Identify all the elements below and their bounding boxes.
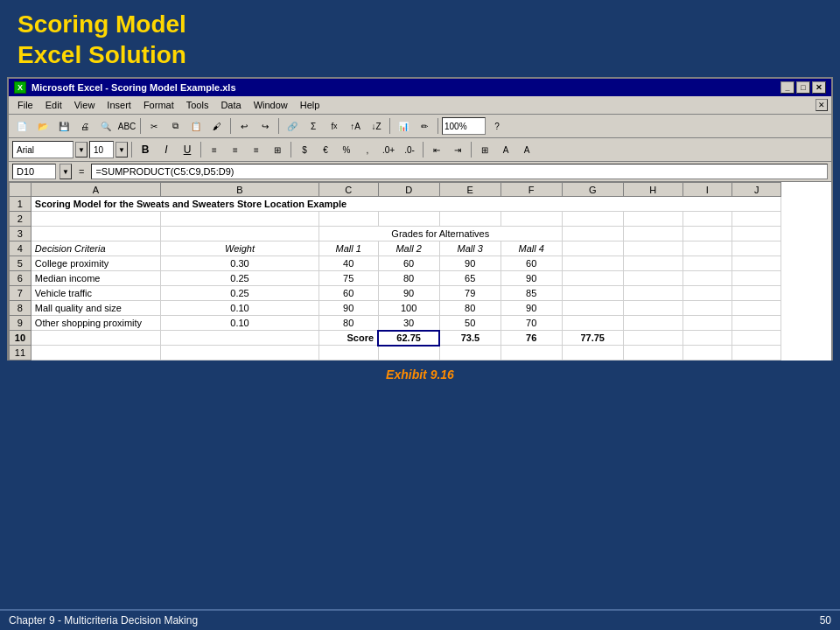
cell-b2[interactable] <box>161 212 319 227</box>
cell-a4[interactable]: Decision Criteria <box>31 242 160 256</box>
cell-f6[interactable]: 90 <box>500 271 562 286</box>
cell-g6[interactable] <box>562 271 623 286</box>
cell-d10[interactable]: 62.75 <box>378 331 439 346</box>
cell-d4[interactable]: Mall 2 <box>378 242 439 256</box>
row-header-5[interactable]: 5 <box>10 256 32 271</box>
cell-i10[interactable] <box>682 331 732 346</box>
cell-f5[interactable]: 60 <box>500 256 562 271</box>
cell-i11[interactable] <box>682 346 732 360</box>
col-header-i[interactable]: I <box>682 183 732 197</box>
align-left-button[interactable]: ≡ <box>205 140 224 159</box>
align-center-button[interactable]: ≡ <box>226 140 245 159</box>
font-name-box[interactable]: Arial <box>12 141 74 158</box>
col-header-c[interactable]: C <box>318 183 378 197</box>
cell-b10[interactable] <box>161 331 319 346</box>
col-header-f[interactable]: F <box>500 183 562 197</box>
cell-c11[interactable] <box>318 346 378 360</box>
cell-i3[interactable] <box>682 227 732 242</box>
currency-button[interactable]: $ <box>295 140 314 159</box>
cell-j4[interactable] <box>732 242 780 256</box>
cell-a6[interactable]: Median income <box>31 271 160 286</box>
cell-d8[interactable]: 100 <box>378 301 439 316</box>
insert-hyperlink-button[interactable]: 🔗 <box>283 116 302 136</box>
cell-j11[interactable] <box>732 346 780 360</box>
row-header-7[interactable]: 7 <box>10 286 32 301</box>
col-header-a[interactable]: A <box>31 183 160 197</box>
cell-j5[interactable] <box>732 256 780 271</box>
comma-button[interactable]: , <box>358 140 377 159</box>
cell-j3[interactable] <box>732 227 780 242</box>
cell-j2[interactable] <box>732 212 780 227</box>
cell-j6[interactable] <box>732 271 780 286</box>
menu-edit[interactable]: Edit <box>40 98 67 112</box>
cell-j7[interactable] <box>732 286 780 301</box>
cell-d6[interactable]: 80 <box>378 271 439 286</box>
undo-button[interactable]: ↩ <box>234 116 254 136</box>
cell-c7[interactable]: 60 <box>318 286 378 301</box>
new-button[interactable]: 📄 <box>12 116 32 136</box>
cell-f2[interactable] <box>500 212 562 227</box>
row-header-10[interactable]: 10 <box>10 331 32 346</box>
cell-f11[interactable] <box>500 346 562 360</box>
cell-a2[interactable] <box>31 212 160 227</box>
cell-b9[interactable]: 0.10 <box>161 316 319 331</box>
col-header-d[interactable]: D <box>378 183 439 197</box>
open-button[interactable]: 📂 <box>33 116 52 136</box>
cell-a3[interactable] <box>31 227 160 242</box>
cell-e5[interactable]: 90 <box>439 256 500 271</box>
cell-d9[interactable]: 30 <box>378 316 439 331</box>
menu-data[interactable]: Data <box>215 98 246 112</box>
euro-button[interactable]: € <box>316 140 335 159</box>
autosum-button[interactable]: Σ <box>304 116 323 136</box>
cell-h10[interactable] <box>623 331 682 346</box>
cell-f9[interactable]: 70 <box>500 316 562 331</box>
cell-e6[interactable]: 65 <box>439 271 500 286</box>
format-painter-button[interactable]: 🖌 <box>207 116 227 136</box>
cell-h2[interactable] <box>623 212 682 227</box>
align-right-button[interactable]: ≡ <box>247 140 266 159</box>
row-header-6[interactable]: 6 <box>10 271 32 286</box>
menu-file[interactable]: File <box>12 98 38 112</box>
cell-b8[interactable]: 0.10 <box>161 301 319 316</box>
col-header-e[interactable]: E <box>439 183 500 197</box>
cell-e9[interactable]: 50 <box>439 316 500 331</box>
spell-check-button[interactable]: ABC <box>117 116 136 136</box>
cell-h4[interactable] <box>623 242 682 256</box>
cell-j8[interactable] <box>732 301 780 316</box>
menu-view[interactable]: View <box>69 98 101 112</box>
cell-a7[interactable]: Vehicle traffic <box>31 286 160 301</box>
cut-button[interactable]: ✂ <box>144 116 164 136</box>
cell-d2[interactable] <box>378 212 439 227</box>
function-button[interactable]: fx <box>325 116 344 136</box>
cell-h3[interactable] <box>623 227 682 242</box>
cell-b5[interactable]: 0.30 <box>161 256 319 271</box>
minimize-button[interactable]: _ <box>780 81 794 94</box>
cell-g10[interactable]: 77.75 <box>562 331 623 346</box>
decrease-indent-button[interactable]: ⇤ <box>427 140 446 159</box>
row-header-1[interactable]: 1 <box>10 197 32 212</box>
cell-a10[interactable] <box>31 331 160 346</box>
cell-j10[interactable] <box>732 331 780 346</box>
cell-g5[interactable] <box>562 256 623 271</box>
cell-i5[interactable] <box>682 256 732 271</box>
cell-h11[interactable] <box>623 346 682 360</box>
cell-h9[interactable] <box>623 316 682 331</box>
sort-desc-button[interactable]: ↓Z <box>367 116 386 136</box>
chart-button[interactable]: 📊 <box>394 116 413 136</box>
cell-e10[interactable]: 73.5 <box>439 331 500 346</box>
cell-f8[interactable]: 90 <box>500 301 562 316</box>
cell-d11[interactable] <box>378 346 439 360</box>
cell-ref-dropdown[interactable]: ▼ <box>60 164 72 179</box>
cell-i4[interactable] <box>682 242 732 256</box>
sort-asc-button[interactable]: ↑A <box>346 116 365 136</box>
cell-i7[interactable] <box>682 286 732 301</box>
cell-j9[interactable] <box>732 316 780 331</box>
maximize-button[interactable]: □ <box>796 81 810 94</box>
row-header-2[interactable]: 2 <box>10 212 32 227</box>
col-header-g[interactable]: G <box>562 183 623 197</box>
cell-g8[interactable] <box>562 301 623 316</box>
cell-c4[interactable]: Mall 1 <box>318 242 378 256</box>
menu-close-button[interactable]: ✕ <box>816 99 828 111</box>
merge-center-button[interactable]: ⊞ <box>268 140 287 159</box>
font-name-dropdown[interactable]: ▼ <box>75 142 88 158</box>
